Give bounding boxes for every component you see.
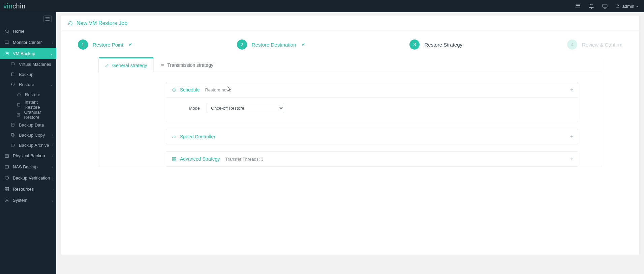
sidebar-item-backup-archive[interactable]: Backup Archive ‹	[0, 140, 56, 150]
svg-rect-21	[173, 157, 174, 159]
chevron-left-icon: ‹	[52, 187, 53, 191]
svg-rect-23	[173, 159, 174, 161]
svg-rect-14	[5, 165, 8, 168]
sidebar-item-backup[interactable]: Backup	[0, 69, 56, 79]
sidebar-item-label: Restore	[19, 82, 34, 87]
vm-backup-icon	[4, 51, 9, 56]
main-area: New VM Restore Job 1 Restore Point ✔ 2 R…	[56, 12, 644, 274]
notifications-icon[interactable]	[588, 3, 594, 9]
wizard-step-2[interactable]: 2 Restore Destination ✔	[237, 39, 305, 50]
sidebar-item-backup-verification[interactable]: Backup Verification ‹	[0, 172, 56, 184]
sidebar-item-label: Backup	[19, 72, 33, 77]
backup-archive-icon	[10, 143, 16, 147]
svg-point-8	[11, 123, 14, 125]
caret-down-icon: ▾	[636, 4, 638, 8]
page-title: New VM Restore Job	[76, 20, 127, 26]
chevron-left-icon: ‹	[52, 154, 53, 158]
chevron-left-icon: ‹	[52, 198, 53, 202]
step-label: Restore Destination	[252, 42, 296, 48]
sidebar-item-label: Restore	[25, 92, 40, 97]
svg-rect-11	[11, 144, 14, 146]
sidebar: Home Monitor Center ‹ VM Backup ⌄ Virtua…	[0, 12, 56, 274]
check-icon: ✔	[129, 42, 132, 47]
sidebar-item-monitor-center[interactable]: Monitor Center ‹	[0, 37, 56, 48]
wizard-content: General strategy Transmission strategy S…	[61, 58, 639, 255]
tab-label: Transmission strategy	[167, 62, 213, 68]
clock-icon	[172, 87, 177, 92]
home-icon	[4, 29, 9, 34]
page-header: New VM Restore Job	[61, 16, 639, 31]
sidebar-item-restore-parent[interactable]: Restore ⌄	[0, 79, 56, 89]
sidebar-item-nas-backup[interactable]: NAS Backup ‹	[0, 161, 56, 172]
sidebar-item-label: Granular Restore	[24, 110, 52, 120]
mode-select[interactable]: Once-off Restore	[207, 103, 284, 113]
top-bar: vinchin admin ▾	[0, 0, 644, 12]
page-card: New VM Restore Job 1 Restore Point ✔ 2 R…	[61, 16, 639, 255]
svg-rect-22	[175, 157, 176, 159]
step-number: 1	[78, 39, 88, 50]
user-label: admin	[622, 4, 634, 9]
sidebar-toggle-button[interactable]	[43, 16, 52, 22]
tasks-icon[interactable]	[575, 3, 581, 9]
nas-backup-icon	[4, 164, 9, 169]
sidebar-item-label: NAS Backup	[13, 164, 38, 169]
tab-label: General strategy	[112, 63, 147, 68]
sidebar-item-physical-backup[interactable]: Physical Backup ‹	[0, 150, 56, 161]
app-logo: vinchin	[3, 2, 26, 10]
logo-part1: vin	[3, 2, 12, 10]
schedule-panel-body: Mode Once-off Restore	[166, 97, 578, 122]
tab-transmission-strategy[interactable]: Transmission strategy	[154, 57, 220, 72]
sidebar-item-label: Backup Copy	[19, 133, 45, 138]
tab-general-strategy[interactable]: General strategy	[98, 57, 154, 72]
sidebar-item-label: Backup Data	[19, 122, 44, 128]
sidebar-item-virtual-machines[interactable]: Virtual Machines	[0, 59, 56, 69]
sidebar-item-system[interactable]: System ‹	[0, 195, 56, 206]
step-number: 3	[409, 39, 420, 50]
speed-controller-header[interactable]: Speed Controller +	[166, 129, 578, 144]
sidebar-item-restore[interactable]: Restore	[0, 89, 56, 100]
svg-rect-18	[7, 189, 8, 191]
sidebar-item-label: Resources	[13, 187, 34, 192]
step-label: Restore Point	[93, 42, 123, 48]
advanced-strategy-header[interactable]: Advanced Strategy Transfer Threads: 3 +	[166, 152, 578, 166]
sidebar-item-home[interactable]: Home	[0, 26, 56, 37]
sidebar-nav: Home Monitor Center ‹ VM Backup ⌄ Virtua…	[0, 26, 56, 206]
svg-rect-12	[5, 155, 8, 156]
backup-icon	[10, 72, 16, 77]
wizard-step-4[interactable]: 4 Review & Confirm	[567, 39, 622, 50]
gear-icon	[4, 198, 9, 203]
schedule-panel-header[interactable]: Schedule Restore now +	[166, 82, 578, 97]
physical-backup-icon	[4, 153, 9, 158]
sidebar-item-backup-copy[interactable]: Backup Copy ‹	[0, 130, 56, 140]
backup-data-icon	[10, 122, 16, 127]
svg-rect-9	[12, 134, 14, 136]
schedule-subtitle: Restore now	[205, 87, 229, 92]
sidebar-item-label: System	[13, 198, 27, 203]
wizard-step-1[interactable]: 1 Restore Point ✔	[78, 39, 132, 50]
sidebar-item-label: Home	[13, 29, 25, 34]
svg-rect-6	[18, 103, 20, 106]
svg-rect-10	[11, 133, 13, 136]
sidebar-item-label: Physical Backup	[13, 153, 45, 158]
sidebar-item-granular-restore[interactable]: Granular Restore	[0, 110, 56, 120]
wizard-step-3[interactable]: 3 Restore Strategy	[409, 39, 462, 50]
user-menu[interactable]: admin ▾	[615, 4, 638, 9]
transfer-icon	[160, 63, 165, 67]
mode-label: Mode	[173, 106, 200, 111]
chevron-left-icon: ‹	[52, 176, 53, 180]
chevron-left-icon: ‹	[52, 165, 53, 169]
chevron-left-icon: ‹	[52, 143, 53, 147]
monitor-icon[interactable]	[602, 3, 608, 9]
advanced-strategy-subtitle: Transfer Threads: 3	[225, 157, 263, 162]
svg-rect-13	[5, 156, 8, 158]
sidebar-item-vm-backup[interactable]: VM Backup ⌄	[0, 48, 56, 59]
sidebar-item-resources[interactable]: Resources ‹	[0, 184, 56, 195]
logo-part2: chin	[12, 2, 26, 10]
sidebar-item-instant-restore[interactable]: Instant Restore	[0, 100, 56, 110]
svg-point-19	[6, 200, 7, 201]
sidebar-toggle-row	[0, 12, 56, 26]
svg-rect-7	[17, 113, 20, 116]
gauge-icon	[172, 134, 177, 139]
sidebar-item-backup-data[interactable]: Backup Data	[0, 120, 56, 130]
sidebar-item-label: Backup Verification	[13, 175, 50, 181]
